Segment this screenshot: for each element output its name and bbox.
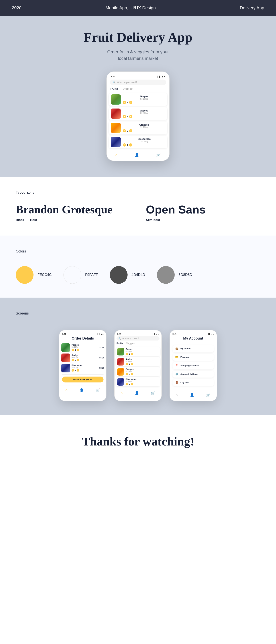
hero-subtitle: Order fruits & veggies from yourlocal fa… xyxy=(12,49,264,62)
typography-label: Typography xyxy=(16,190,34,195)
hero-title: Fruit Delivery App xyxy=(12,30,264,45)
tab-veggies[interactable]: Veggies xyxy=(126,342,135,346)
font-weight-black: Black xyxy=(16,218,24,222)
item-image-blueberries xyxy=(61,364,70,372)
menu-item-shipping[interactable]: 📍 Shipping Address xyxy=(172,362,214,369)
plus-button[interactable]: + xyxy=(126,363,128,365)
fruit-price: $5.30/kg xyxy=(126,380,159,382)
list-item: Blueberries $5.30/kg + 1 − xyxy=(116,377,160,386)
cart-icon[interactable]: 🛒 xyxy=(96,388,100,392)
plus-btn[interactable]: + xyxy=(72,369,74,372)
font-weight-bold: Bold xyxy=(30,218,37,222)
plus-btn[interactable]: + xyxy=(72,348,74,351)
plus-button[interactable]: + xyxy=(123,143,126,146)
fruit-image-apples xyxy=(111,108,121,119)
plus-button[interactable]: + xyxy=(126,373,128,375)
menu-item-payment[interactable]: 💳 Payment xyxy=(172,354,214,360)
profile-icon[interactable]: 👤 xyxy=(190,393,194,397)
minus-btn[interactable]: − xyxy=(77,348,79,351)
counter-value: 1 xyxy=(129,353,130,355)
font-weights: Semibold xyxy=(146,218,260,222)
plus-button[interactable]: + xyxy=(126,383,128,386)
font-weight-semibold: Semibold xyxy=(146,218,160,222)
minus-button[interactable]: − xyxy=(129,101,132,104)
fruit-name: Blueberries xyxy=(126,378,159,380)
item-price: $2.50 xyxy=(99,346,104,348)
fruit-counter: + 1 − xyxy=(126,363,159,365)
minus-btn[interactable]: − xyxy=(77,369,79,372)
minus-button[interactable]: − xyxy=(131,353,133,355)
home-icon[interactable]: ⌂ xyxy=(176,393,178,397)
fruit-info: Apples $2.40/kg + 1 − xyxy=(126,358,159,365)
item-counter: + 1 − xyxy=(72,369,98,372)
plus-button[interactable]: + xyxy=(123,115,126,118)
minus-btn[interactable]: − xyxy=(77,359,79,362)
color-item-yellow: FECC4C xyxy=(16,266,52,284)
menu-label: Payment xyxy=(180,356,189,358)
fruit-info: Grapes $3.10/kg + 1 − xyxy=(123,95,165,104)
search-bar[interactable]: 🔍 What do you need? xyxy=(110,80,166,85)
plus-button[interactable]: + xyxy=(123,101,126,104)
plus-button[interactable]: + xyxy=(126,353,128,355)
tab-fruits[interactable]: Fruits xyxy=(110,87,118,91)
fruit-name: Apples xyxy=(123,109,165,112)
cart-icon[interactable]: 🛒 xyxy=(206,393,210,397)
home-icon[interactable]: ⌂ xyxy=(66,388,68,392)
profile-icon[interactable]: 👤 xyxy=(135,153,139,157)
screen-order-details: 9:41 ▌▌ ◀ ■ Order Details Peppers $2.50/… xyxy=(59,330,106,401)
orders-icon: 📦 xyxy=(175,347,178,350)
minus-button[interactable]: − xyxy=(131,383,133,386)
menu-label: Account Settings xyxy=(180,373,198,375)
order-list-item: Apples $5.20/kg + 1 − $5.20 xyxy=(61,354,104,362)
status-time: 9:41 xyxy=(111,75,115,78)
counter-value: 0 xyxy=(127,130,128,132)
nav-category: Mobile App, UI/UX Design xyxy=(106,5,156,10)
font-block-opensans: Open Sans Semibold xyxy=(146,203,260,222)
menu-item-account-settings[interactable]: ⚙️ Account Settings xyxy=(172,371,214,378)
minus-button[interactable]: − xyxy=(131,363,133,365)
fruit-counter: + 0 − xyxy=(123,129,165,132)
shipping-icon: 📍 xyxy=(175,364,178,367)
menu-item-logout[interactable]: 🚪 Log Out xyxy=(172,379,214,386)
list-item: Apples $2.40/kg + 1 − xyxy=(116,357,160,366)
home-icon[interactable]: ⌂ xyxy=(121,391,123,395)
bottom-navigation: ⌂ 👤 🛒 xyxy=(59,385,106,396)
minus-button[interactable]: − xyxy=(131,373,133,375)
minus-button[interactable]: − xyxy=(129,143,132,146)
place-order-button[interactable]: Place order $16.20 xyxy=(62,376,104,382)
profile-icon[interactable]: 👤 xyxy=(80,388,84,392)
color-item-light: F9FAFF xyxy=(64,266,98,284)
item-price: $8.50 xyxy=(99,367,104,369)
home-icon[interactable]: ⌂ xyxy=(115,153,118,157)
menu-label: Shipping Address xyxy=(180,364,199,367)
cart-icon[interactable]: 🛒 xyxy=(156,153,161,157)
font-weights: Black Bold xyxy=(16,218,130,222)
category-tabs: Fruits Veggies xyxy=(115,342,161,346)
profile-icon[interactable]: 👤 xyxy=(135,391,139,395)
fruit-price: $2.20/kg xyxy=(126,370,159,372)
cart-icon[interactable]: 🛒 xyxy=(151,391,155,395)
list-item: Blueberries $5.30/kg + 1 − xyxy=(109,136,167,148)
count-value: 1 xyxy=(75,359,76,361)
tab-fruits[interactable]: Fruits xyxy=(117,342,123,346)
fruit-image xyxy=(117,358,124,366)
fruit-name: Blueberries xyxy=(123,138,165,140)
search-placeholder: What do you need? xyxy=(122,337,139,340)
color-swatch-yellow xyxy=(16,266,34,284)
minus-button[interactable]: − xyxy=(129,129,132,132)
list-item: Grapes $3.10/kg + 1 − xyxy=(109,93,167,106)
tab-veggies[interactable]: Veggies xyxy=(123,87,133,91)
search-bar[interactable]: 🔍 What do you need? xyxy=(117,336,159,340)
plus-btn[interactable]: + xyxy=(72,359,74,362)
item-info: Peppers $2.50/kg + 1 − xyxy=(72,344,98,351)
fruit-list: Grapes $3.10/kg + 1 − Apples $2.40/kg xyxy=(115,347,161,386)
plus-button[interactable]: + xyxy=(123,129,126,132)
typography-grid: Brandon Grotesque Black Bold Open Sans S… xyxy=(16,203,260,222)
colors-label: Colors xyxy=(16,249,26,254)
fruit-list: Grapes $3.10/kg + 1 − Apples $2.40/k xyxy=(107,93,169,148)
status-time: 9:41 xyxy=(172,333,176,335)
fruit-info: Blueberries $5.30/kg + 1 − xyxy=(126,378,159,386)
menu-item-orders[interactable]: 📦 My Orders xyxy=(172,345,214,352)
minus-button[interactable]: − xyxy=(129,115,132,118)
color-hex-dark: 4D4D4D xyxy=(132,273,145,277)
